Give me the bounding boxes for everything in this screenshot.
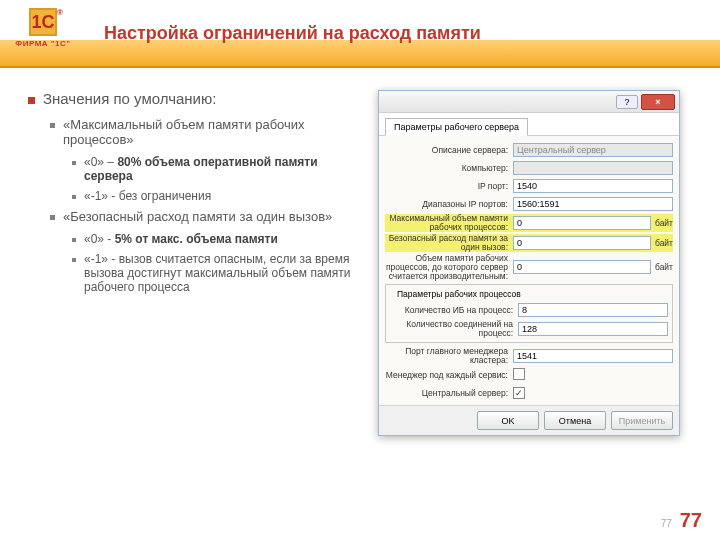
- maxmem-field[interactable]: [513, 216, 651, 230]
- sub2-bullet-1b: «-1» - без ограничения: [72, 189, 368, 203]
- ibcount-field[interactable]: [518, 303, 668, 317]
- bullet-square-icon: [50, 123, 55, 128]
- bullet-main: Значения по умолчанию:: [28, 90, 368, 107]
- maxmem-label: Максимальный объем памяти рабочих процес…: [385, 214, 513, 232]
- bullet-square-icon: [72, 195, 76, 199]
- range-label: Диапазоны IP портов:: [385, 200, 513, 209]
- computer-label: Компьютер:: [385, 164, 513, 173]
- tab-row: Параметры рабочего сервера: [379, 113, 679, 136]
- page-number-big: 77: [680, 509, 702, 532]
- dialog-buttons: OK Отмена Применить: [379, 405, 679, 435]
- ibcount-label: Количество ИБ на процесс:: [390, 306, 518, 315]
- cluster-port-label: Порт главного менеджера кластера:: [385, 347, 513, 365]
- safemem-label: Безопасный расход памяти за один вызов:: [385, 234, 513, 252]
- help-button[interactable]: ?: [616, 95, 638, 109]
- logo-subtext: ФИРМА "1С": [15, 39, 70, 48]
- page-number-small: 77: [661, 518, 672, 529]
- slide-header: 1С® ФИРМА "1С" Настройка ограничений на …: [0, 0, 720, 68]
- safemem-field[interactable]: [513, 236, 651, 250]
- sub-bullet-2: «Безопасный расход памяти за один вызов»: [50, 209, 368, 224]
- perf-field[interactable]: [513, 260, 651, 274]
- window-titlebar: ? ×: [379, 91, 679, 113]
- bullet-square-icon: [72, 258, 76, 262]
- mgr-service-checkbox[interactable]: [513, 368, 525, 380]
- unit-label: байт: [655, 218, 673, 228]
- ipport-field[interactable]: [513, 179, 673, 193]
- process-params-group: Параметры рабочих процессов Количество И…: [385, 284, 673, 343]
- range-field[interactable]: [513, 197, 673, 211]
- dialog-window: ? × Параметры рабочего сервера Описание …: [378, 90, 680, 436]
- sub-bullet-1: «Максимальный объем памяти рабочих проце…: [50, 117, 368, 147]
- computer-field: [513, 161, 673, 175]
- conn-field[interactable]: [518, 322, 668, 336]
- central-server-label: Центральный сервер:: [385, 389, 513, 398]
- unit-label: байт: [655, 262, 673, 272]
- ipport-label: IP порт:: [385, 182, 513, 191]
- unit-label: байт: [655, 238, 673, 248]
- apply-button[interactable]: Применить: [611, 411, 673, 430]
- slide-title: Настройка ограничений на расход памяти: [104, 23, 481, 44]
- desc-label: Описание сервера:: [385, 146, 513, 155]
- sub2-bullet-1a: «0» – 80% объема оперативной памяти серв…: [72, 155, 368, 183]
- ok-button[interactable]: OK: [477, 411, 539, 430]
- bullet-square-icon: [72, 161, 76, 165]
- bullet-square-icon: [72, 238, 76, 242]
- cluster-port-field[interactable]: [513, 349, 673, 363]
- page-footer: 77 77: [661, 509, 702, 532]
- text-content: Значения по умолчанию: «Максимальный объ…: [28, 90, 368, 436]
- sub2-bullet-2b: «-1» - вызов считается опасным, если за …: [72, 252, 368, 294]
- bullet-square-icon: [50, 215, 55, 220]
- conn-label: Количество соединений на процесс:: [390, 320, 518, 338]
- bullet-square-icon: [28, 97, 35, 104]
- central-server-checkbox[interactable]: ✓: [513, 387, 525, 399]
- tab-params[interactable]: Параметры рабочего сервера: [385, 118, 528, 136]
- logo-icon: 1С®: [29, 8, 57, 36]
- desc-field: [513, 143, 673, 157]
- cancel-button[interactable]: Отмена: [544, 411, 606, 430]
- perf-label: Объем памяти рабочих процессов, до котор…: [385, 254, 513, 281]
- close-button[interactable]: ×: [641, 94, 675, 110]
- sub2-bullet-2a: «0» - 5% от макс. объема памяти: [72, 232, 368, 246]
- logo-1c: 1С® ФИРМА "1С": [12, 8, 74, 58]
- mgr-service-label: Менеджер под каждый сервис:: [385, 371, 513, 380]
- group-title: Параметры рабочих процессов: [394, 289, 524, 299]
